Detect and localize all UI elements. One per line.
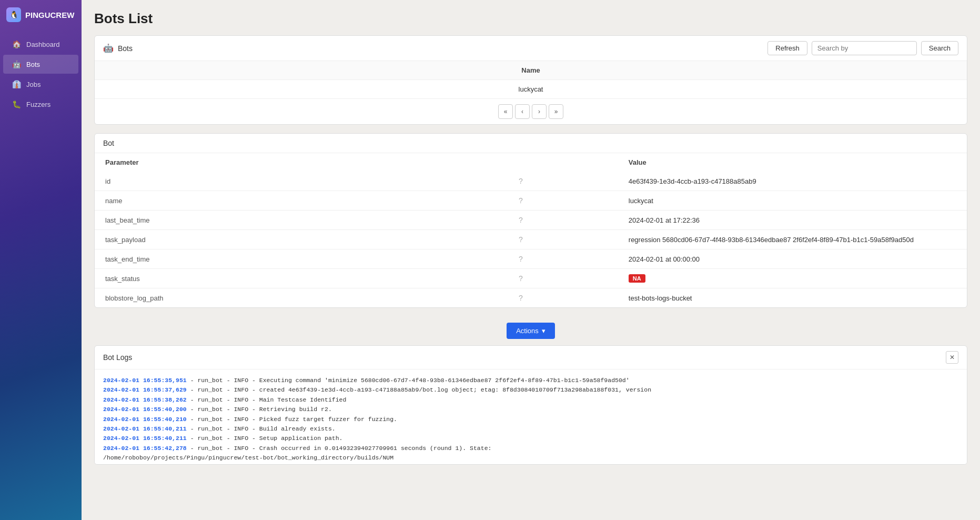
- close-icon: ✕: [949, 354, 955, 361]
- param-help-icon[interactable]: ?: [508, 230, 618, 249]
- param-value: test-bots-logs-bucket: [618, 288, 967, 308]
- log-line: 2024-02-01 16:55:38,262 - run_bot - INFO…: [103, 395, 958, 405]
- detail-row: blobstore_log_path?test-bots-logs-bucket: [95, 288, 967, 308]
- sidebar: 🐧 PINGUCREW 🏠 Dashboard 🤖 Bots 👔 Jobs 🐛 …: [0, 0, 82, 520]
- param-name: id: [95, 172, 508, 191]
- sidebar-item-dashboard[interactable]: 🏠 Dashboard: [3, 35, 78, 54]
- help-col-header: [508, 153, 618, 172]
- param-value: 2024-02-01 at 00:00:00: [618, 249, 967, 269]
- log-line: 2024-02-01 16:55:40,200 - run_bot - INFO…: [103, 405, 958, 414]
- param-value: luckycat: [618, 191, 967, 211]
- sidebar-item-fuzzers[interactable]: 🐛 Fuzzers: [3, 95, 78, 114]
- param-name: name: [95, 191, 508, 211]
- log-line: 2024-02-01 16:55:40,210 - run_bot - INFO…: [103, 415, 958, 424]
- detail-row: name?luckycat: [95, 191, 967, 211]
- page-next-btn[interactable]: ›: [532, 104, 547, 119]
- bot-detail-card: Bot Parameter Value id?4e63f439-1e3d-4cc…: [94, 133, 967, 308]
- sidebar-item-jobs[interactable]: 👔 Jobs: [3, 75, 78, 94]
- bots-card-actions: Refresh Search: [767, 41, 958, 55]
- search-by-input[interactable]: [812, 41, 917, 55]
- pagination: « ‹ › »: [95, 99, 967, 124]
- bot-detail-table: Parameter Value id?4e63f439-1e3d-4ccb-a1…: [95, 153, 967, 307]
- param-help-icon[interactable]: ?: [508, 172, 618, 191]
- logs-close-button[interactable]: ✕: [946, 351, 958, 364]
- param-name: last_beat_time: [95, 211, 508, 230]
- param-col-header: Parameter: [95, 153, 508, 172]
- log-line: /home/roboboy/projects/Pingu/pingucrew/t…: [103, 453, 958, 463]
- log-line: 2024-02-01 16:55:37,629 - run_bot - INFO…: [103, 385, 958, 395]
- param-name: task_payload: [95, 230, 508, 249]
- param-name: task_end_time: [95, 249, 508, 269]
- sidebar-item-label: Dashboard: [26, 41, 60, 48]
- detail-row: id?4e63f439-1e3d-4ccb-a193-c47188a85ab9: [95, 172, 967, 191]
- page-prev-btn[interactable]: ‹: [515, 104, 530, 119]
- actions-dropdown-icon: ▾: [542, 327, 545, 335]
- actions-area: Actions ▾: [94, 316, 967, 345]
- param-value: 2024-02-01 at 17:22:36: [618, 211, 967, 230]
- page-first-btn[interactable]: «: [498, 104, 513, 119]
- col-name: Name: [95, 61, 967, 80]
- sidebar-item-label: Jobs: [26, 81, 41, 88]
- bot-logs-body[interactable]: 2024-02-01 16:55:35,951 - run_bot - INFO…: [95, 369, 967, 464]
- sidebar-item-label: Bots: [26, 61, 40, 68]
- bots-card-header: 🤖 Bots Refresh Search: [95, 36, 967, 61]
- bot-logs-card: Bot Logs ✕ 2024-02-01 16:55:35,951 - run…: [94, 345, 967, 465]
- detail-row: task_end_time?2024-02-01 at 00:00:00: [95, 249, 967, 269]
- detail-row: last_beat_time?2024-02-01 at 17:22:36: [95, 211, 967, 230]
- actions-label: Actions: [516, 327, 539, 335]
- bot-name-cell: luckycat: [95, 80, 967, 99]
- bots-table: Name luckycat: [95, 61, 967, 99]
- param-name: task_status: [95, 269, 508, 288]
- main-content: Bots List 🤖 Bots Refresh Search Name luc…: [82, 0, 980, 520]
- status-badge: NA: [629, 274, 645, 283]
- table-row[interactable]: luckycat: [95, 80, 967, 99]
- bot-logs-header: Bot Logs ✕: [95, 346, 967, 369]
- log-line: /home/roboboy/projects/Pingu/pingucrew/t…: [103, 463, 958, 464]
- sidebar-logo: 🐧 PINGUCREW: [0, 0, 82, 29]
- logo-text: PINGUCREW: [25, 11, 74, 19]
- detail-row: task_status?NA: [95, 269, 967, 288]
- refresh-button[interactable]: Refresh: [767, 41, 807, 55]
- param-value: regression 5680cd06-67d7-4f48-93b8-61346…: [618, 230, 967, 249]
- bots-icon: 🤖: [12, 60, 21, 68]
- actions-button[interactable]: Actions ▾: [507, 323, 555, 339]
- bots-list-card: 🤖 Bots Refresh Search Name luckycat « ‹ …: [94, 35, 967, 125]
- bots-card-icon: 🤖: [103, 43, 114, 53]
- bots-card-title: 🤖 Bots: [103, 43, 133, 53]
- logo-icon: 🐧: [6, 7, 21, 22]
- param-help-icon[interactable]: ?: [508, 191, 618, 211]
- log-line: 2024-02-01 16:55:42,278 - run_bot - INFO…: [103, 444, 958, 453]
- param-help-icon[interactable]: ?: [508, 211, 618, 230]
- param-help-icon[interactable]: ?: [508, 249, 618, 269]
- detail-row: task_payload?regression 5680cd06-67d7-4f…: [95, 230, 967, 249]
- sidebar-item-label: Fuzzers: [26, 101, 50, 108]
- value-col-header: Value: [618, 153, 967, 172]
- fuzzers-icon: 🐛: [12, 100, 21, 108]
- param-value: 4e63f439-1e3d-4ccb-a193-c47188a85ab9: [618, 172, 967, 191]
- param-help-icon[interactable]: ?: [508, 269, 618, 288]
- param-name: blobstore_log_path: [95, 288, 508, 308]
- log-line: 2024-02-01 16:55:40,211 - run_bot - INFO…: [103, 434, 958, 443]
- bots-card-title-text: Bots: [118, 44, 133, 53]
- dashboard-icon: 🏠: [12, 40, 21, 48]
- bot-logs-title: Bot Logs: [103, 353, 132, 362]
- log-line: 2024-02-01 16:55:40,211 - run_bot - INFO…: [103, 424, 958, 434]
- search-button[interactable]: Search: [921, 41, 958, 55]
- param-help-icon[interactable]: ?: [508, 288, 618, 308]
- page-last-btn[interactable]: »: [549, 104, 563, 119]
- jobs-icon: 👔: [12, 80, 21, 88]
- bot-detail-header: Bot: [95, 134, 967, 153]
- log-line: 2024-02-01 16:55:35,951 - run_bot - INFO…: [103, 376, 958, 385]
- page-title: Bots List: [94, 11, 967, 27]
- sidebar-nav: 🏠 Dashboard 🤖 Bots 👔 Jobs 🐛 Fuzzers: [0, 29, 82, 520]
- param-value: NA: [618, 269, 967, 288]
- sidebar-item-bots[interactable]: 🤖 Bots: [3, 55, 78, 74]
